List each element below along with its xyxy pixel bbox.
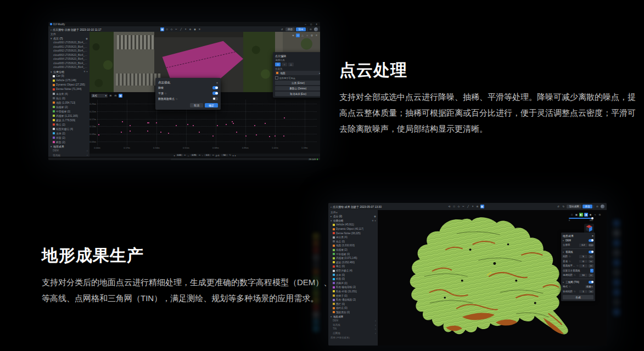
class-item[interactable]: 桥面 (2) <box>48 140 89 144</box>
toolbar-icon[interactable]: ▦ <box>480 205 484 208</box>
sidebar-group-pointcloud[interactable]: ▾ 点云 (7) ◉ <box>48 36 89 41</box>
plus-icon[interactable]: + <box>86 70 88 73</box>
toolbar-icon[interactable]: ⊟ <box>114 94 117 98</box>
control-value-field[interactable]: 0.1 <box>204 154 211 157</box>
point-size-slider[interactable]: 0 100 <box>569 218 593 222</box>
class-item[interactable]: 噪点 (0) <box>328 264 378 269</box>
class-item[interactable]: 围栏 (0) <box>328 302 378 306</box>
toolbar-icon[interactable]: ◨ <box>584 213 588 217</box>
cancel-button[interactable]: 取消 <box>190 103 203 107</box>
toolbar-icon[interactable]: □ <box>309 22 313 26</box>
toolbar-icon[interactable]: □ <box>165 27 169 31</box>
control-label[interactable]: 步长 <box>215 154 220 157</box>
value-field[interactable]: 3 <box>579 264 587 268</box>
edit-action-button[interactable]: 取消选择 (Esc) <box>275 92 320 96</box>
undo-icon[interactable]: ↺ <box>280 27 284 31</box>
class-item[interactable]: Car (9) <box>48 74 89 78</box>
terrain-3d-viewport[interactable]: □▣◧◨◆≈⊙ 0 100 地形成果 <box>378 210 607 346</box>
eye-icon[interactable]: ◉ <box>86 37 88 40</box>
eye-icon[interactable]: ◉ <box>374 215 376 218</box>
toolbar-icon[interactable]: × <box>315 22 318 26</box>
toggle[interactable] <box>212 86 218 89</box>
download-icon[interactable]: ↓ <box>375 319 376 322</box>
class-item[interactable]: 建筑 (1,779,509) <box>48 118 89 122</box>
download-icon[interactable]: ↓ <box>87 154 88 156</box>
control-label[interactable]: ↕ <box>202 154 203 157</box>
slider-knob[interactable] <box>591 217 593 219</box>
class-item[interactable]: 预留类别 (0) <box>328 310 378 315</box>
toolbar-icon[interactable]: ≡ <box>198 27 201 31</box>
toolbar-icon[interactable]: ✂ <box>462 205 466 208</box>
terrain-output-item[interactable]: TIN↓ <box>328 327 378 331</box>
toggle[interactable] <box>212 92 218 95</box>
generate-button[interactable]: 生成 <box>563 295 593 299</box>
redo-icon[interactable]: ↻ <box>562 205 565 208</box>
class-item[interactable]: 模型关键点 (4) <box>48 127 89 131</box>
bell-icon[interactable]: ⊙ <box>596 205 600 208</box>
toolbar-icon[interactable]: ▦ <box>119 94 122 98</box>
download-icon[interactable]: ↓ <box>375 327 376 330</box>
checkbox[interactable] <box>275 76 278 80</box>
class-item[interactable]: 低植被 (2) <box>48 105 89 109</box>
toolbar-icon[interactable]: □ <box>296 33 300 37</box>
file-item[interactable]: cloud664 LT050620_Blo4_… <box>48 57 89 61</box>
class-item[interactable]: 水体 (0) <box>328 273 378 277</box>
class-item[interactable]: 私有-杆塔 (31,051) <box>328 290 378 294</box>
terrain-output-item[interactable]: DEM↓ <box>328 319 378 323</box>
class-item[interactable]: 未分类 (4) <box>48 92 89 96</box>
class-item[interactable]: 未分类 (4) <box>328 235 378 240</box>
toolbar-icon[interactable]: ◇ <box>457 205 461 208</box>
download-icon[interactable]: ↓ <box>375 332 376 335</box>
class-item[interactable]: Dense Noise (71,344) <box>48 87 89 92</box>
class-item[interactable]: 中等植被 (0) <box>48 109 89 114</box>
value-field[interactable]: 0.2 <box>579 244 587 247</box>
back-icon[interactable]: ‹ <box>51 28 52 31</box>
menu-icon[interactable]: ≡ <box>84 70 86 73</box>
terrain-output-item[interactable]: 点网格↓ <box>328 331 378 336</box>
toolbar-icon[interactable]: ◧ <box>579 213 583 217</box>
toolbar-icon[interactable]: × <box>471 205 475 208</box>
toolbar-icon[interactable]: □ <box>452 205 456 208</box>
control-value-field[interactable]: 0.61 <box>176 154 183 157</box>
class-item[interactable]: 水体 (2) <box>48 131 89 135</box>
class-item[interactable]: 中等植被 (0) <box>328 252 378 256</box>
sidebar-group-pointcloud[interactable]: ▸ 点云 (2) ◉ <box>328 214 378 219</box>
file-item[interactable]: cloud665 LT050620_Blo4_… <box>48 61 89 66</box>
toolbar-icon[interactable]: ▣ <box>575 213 579 217</box>
selection-tool-icon[interactable]: ○ <box>282 63 287 66</box>
control-value-field[interactable]: 0.95 <box>191 154 197 157</box>
toolbar-icon[interactable]: △ <box>301 33 305 37</box>
value-field[interactable]: 5 <box>579 255 587 258</box>
class-item[interactable]: Vehicle (45,911) <box>328 223 378 227</box>
confirm-button[interactable]: 确定 <box>205 103 218 107</box>
edit-action-button[interactable]: 删除点 (Delete) <box>275 86 320 90</box>
control-label[interactable]: ◂ <box>173 154 175 157</box>
control-label[interactable]: ↔ <box>187 154 189 157</box>
select-field[interactable]: 选填▾ <box>585 285 593 288</box>
toolbar-icon[interactable]: ◈ <box>292 33 295 37</box>
class-item[interactable]: 私有-通信线路 (2) <box>328 298 378 302</box>
class-item[interactable]: 临时点 (0) <box>328 306 378 310</box>
menu-icon[interactable]: ≡ <box>372 219 374 222</box>
toolbar-icon[interactable]: □ <box>570 213 574 217</box>
slider-track[interactable] <box>569 218 593 219</box>
toggle[interactable] <box>589 281 593 284</box>
class-item[interactable]: 地面 (1,054,713) <box>48 100 89 105</box>
attribute-select[interactable]: 高程 ▾ <box>91 94 108 98</box>
sidebar-group-terrain[interactable]: ▾ 地形成果 <box>48 144 89 149</box>
collapse-icon[interactable]: « <box>336 211 338 214</box>
toolbar-icon[interactable]: ⊙ <box>598 213 602 217</box>
sidebar-group-classes[interactable]: ▾ 分类分组 ≡ + <box>328 219 378 223</box>
file-item[interactable]: cloud661 LT050620_Blo4_… <box>48 45 89 49</box>
class-item[interactable]: 绝缘子 (0) <box>328 293 378 298</box>
class-item[interactable]: 建筑 (3,052,480) <box>328 261 378 265</box>
toolbar-icon[interactable]: ◆ <box>589 213 592 217</box>
toolbar-icon[interactable]: ◇ <box>170 27 173 31</box>
selection-tool-icon[interactable]: △ <box>288 63 294 66</box>
file-item[interactable]: cloud662 LT050620_Blo4_… <box>48 49 89 53</box>
class-item[interactable]: Dynamic Object (27,295) <box>48 83 89 87</box>
terrain-output-item[interactable]: 等高线↓ <box>48 153 89 157</box>
download-icon[interactable]: ↓ <box>375 324 376 326</box>
terrain-output-item[interactable]: 等高线↓ <box>328 322 378 327</box>
class-item[interactable]: 桥面 (0) <box>328 277 378 281</box>
